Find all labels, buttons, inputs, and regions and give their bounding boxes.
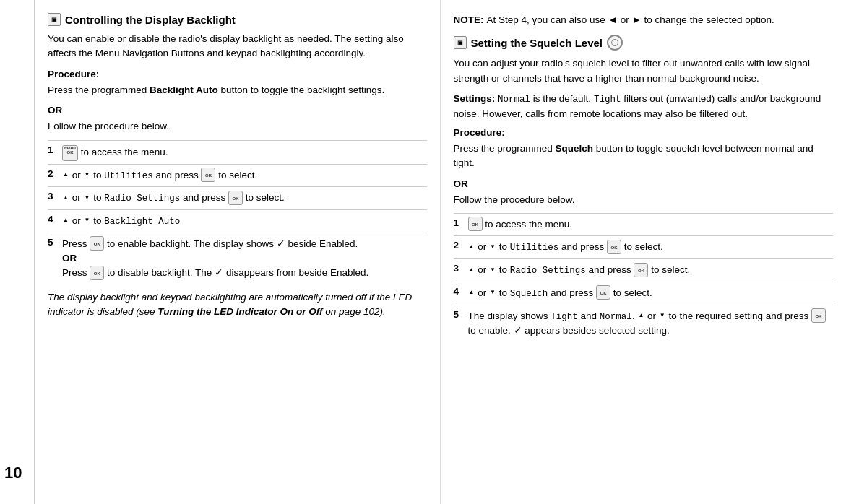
step-4-content: ▲ or ▼ to Backlight Auto [62, 214, 427, 229]
right-follow-text: Follow the procedure below. [454, 193, 834, 207]
right-nav-down-3: ▼ [490, 267, 496, 273]
page-number: 10 [4, 464, 22, 482]
ok-btn-r4: OK [596, 285, 610, 300]
right-procedure-label: Procedure: [454, 126, 834, 140]
step-number-4: 4 [48, 214, 58, 225]
right-nav-up-5: ▲ [638, 313, 644, 318]
left-step-2: 2 ▲ or ▼ to Utilities and press OK to se… [48, 164, 427, 187]
step-number-5: 5 [48, 237, 58, 248]
step-3-content: ▲ or ▼ to Radio Settings and press OK to… [62, 191, 427, 206]
ok-btn-step3: OK [228, 191, 243, 205]
right-nav-up-3: ▲ [469, 267, 475, 273]
right-step-1: 1 OK to access the menu. [454, 213, 834, 235]
section-icon-right: ▣ [454, 36, 467, 49]
left-section-title: ▣ Controlling the Display Backlight [48, 13, 427, 26]
right-step-4: 4 ▲ or ▼ to Squelch and press OK to sele… [454, 282, 834, 305]
left-italic-note: The display backlight and keypad backlig… [48, 290, 427, 320]
ok-btn-step2: OK [201, 168, 215, 182]
nav-down-2: ▼ [84, 172, 90, 178]
step-5-content: Press OK to enable backlight. The displa… [62, 237, 427, 281]
right-settings: Settings: Normal is the default. Tight f… [454, 92, 834, 121]
right-step-number-5: 5 [454, 309, 464, 320]
right-step-4-content: ▲ or ▼ to Squelch and press OK to select… [468, 286, 834, 301]
left-or-1: OR [48, 103, 427, 118]
right-step-number-3: 3 [454, 263, 464, 274]
step-number-2: 2 [48, 168, 58, 179]
note-block: NOTE: At Step 4, you can also use ◄ or ►… [454, 13, 834, 27]
nav-down-4: ▼ [84, 217, 90, 223]
step-number-3: 3 [48, 191, 58, 201]
nav-up-3: ▲ [63, 195, 69, 201]
right-procedure-text: Press the programmed Squelch button to t… [454, 142, 834, 171]
right-or-1: OR [454, 177, 834, 191]
content-area: ▣ Controlling the Display Backlight You … [35, 0, 846, 504]
page-number-area: 10 [0, 0, 35, 504]
left-intro: You can enable or disable the radio's di… [48, 32, 427, 61]
right-step-number-4: 4 [454, 286, 464, 297]
right-steps-list: 1 OK to access the menu. 2 ▲ or ▼ to Uti… [454, 213, 834, 342]
right-column: NOTE: At Step 4, you can also use ◄ or ►… [441, 0, 847, 504]
right-nav-up-4: ▲ [469, 290, 475, 295]
right-step-5: 5 The display shows Tight and Normal. ▲ … [454, 305, 834, 342]
right-nav-down-2: ▼ [490, 244, 496, 250]
squelch-icon [607, 35, 623, 51]
nav-down-3: ▼ [84, 195, 90, 201]
left-step-3: 3 ▲ or ▼ to Radio Settings and press OK … [48, 186, 427, 209]
step-1-content: menuOK to access the menu. [62, 144, 427, 160]
note-text: At Step 4, you can also use ◄ or ► to ch… [487, 13, 774, 27]
nav-up-2: ▲ [63, 172, 69, 178]
right-step-2: 2 ▲ or ▼ to Utilities and press OK to se… [454, 235, 834, 258]
left-step-1: 1 menuOK to access the menu. [48, 140, 427, 164]
right-nav-up-2: ▲ [469, 244, 475, 250]
ok-btn-r3: OK [634, 263, 648, 277]
right-step-2-content: ▲ or ▼ to Utilities and press OK to sele… [468, 240, 834, 255]
left-step-4: 4 ▲ or ▼ to Backlight Auto [48, 209, 427, 233]
ok-btn-r5: OK [811, 308, 826, 323]
right-nav-down-4: ▼ [490, 290, 496, 295]
step-number-1: 1 [48, 144, 58, 155]
ok-btn-r1: OK [468, 217, 483, 231]
right-step-number-2: 2 [454, 240, 464, 251]
section-icon: ▣ [48, 13, 61, 26]
right-section-title: ▣ Setting the Squelch Level [454, 35, 834, 51]
left-follow-text: Follow the procedure below. [48, 119, 427, 134]
right-step-number-1: 1 [454, 217, 464, 228]
right-step-3: 3 ▲ or ▼ to Radio Settings and press OK … [454, 258, 834, 282]
right-step-5-content: The display shows Tight and Normal. ▲ or… [468, 309, 834, 339]
ok-btn-step5a: OK [90, 236, 104, 251]
note-label: NOTE: [454, 13, 484, 27]
nav-up-4: ▲ [63, 217, 69, 223]
step-2-content: ▲ or ▼ to Utilities and press OK to sele… [62, 168, 427, 183]
left-procedure-label: Procedure: [48, 67, 427, 82]
ok-btn-r2: OK [607, 240, 621, 254]
right-intro: You can adjust your radio's squelch leve… [454, 56, 834, 86]
left-steps-list: 1 menuOK to access the menu. 2 ▲ or ▼ to… [48, 140, 427, 284]
left-column: ▣ Controlling the Display Backlight You … [35, 0, 441, 504]
right-nav-down-5: ▼ [660, 313, 665, 318]
ok-btn-step5b: OK [90, 266, 104, 280]
right-step-3-content: ▲ or ▼ to Radio Settings and press OK to… [468, 263, 834, 278]
right-step-1-content: OK to access the menu. [468, 217, 834, 232]
left-step-5: 5 Press OK to enable backlight. The disp… [48, 233, 427, 284]
left-procedure-text: Press the programmed Backlight Auto butt… [48, 83, 427, 97]
ok-btn-step1: menuOK [62, 145, 78, 161]
